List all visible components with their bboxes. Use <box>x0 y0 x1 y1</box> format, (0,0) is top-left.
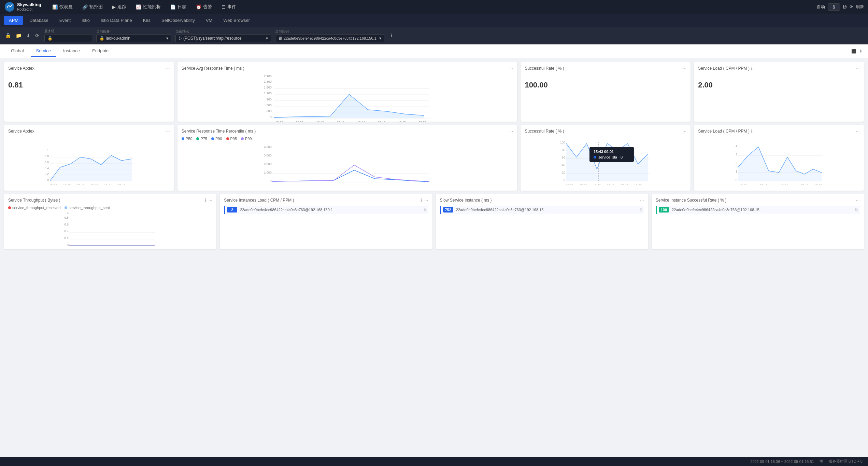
throughput-legend: service_throughput_received service_thro… <box>8 206 212 210</box>
instance-row: 100 22ade0e9befe4ec986422ca4c0c3e763@192… <box>656 206 860 214</box>
card-header: Service Apdex ··· <box>8 128 170 134</box>
apdex-value: 0.81 <box>8 74 170 96</box>
nav-istio-dataplane[interactable]: Istio Data Plane <box>96 16 137 25</box>
legend-p90: P90 <box>211 137 222 141</box>
nav-k8s[interactable]: K8s <box>138 16 155 25</box>
card-menu-btn[interactable]: ··· <box>509 128 513 134</box>
info-icon-4[interactable]: ℹ <box>421 198 422 203</box>
lock-icon[interactable]: 🔒 <box>4 32 12 39</box>
refresh-input[interactable] <box>828 3 840 11</box>
card-menu-btn[interactable]: ··· <box>856 197 860 203</box>
card-instance-success-rate: Service Instance Successful Rate ( % ) ·… <box>652 194 864 249</box>
card-menu-btn[interactable]: ··· <box>856 66 860 71</box>
service-group-select[interactable]: 🔒 <box>44 34 92 42</box>
svg-text:15:46: 15:46 <box>118 183 126 184</box>
nav-istio[interactable]: Istio <box>77 16 95 25</box>
nav-profiling[interactable]: 📈 性能剖析 <box>132 2 165 12</box>
tab-endpoint[interactable]: Endpoint <box>87 45 115 57</box>
current-endpoint-select[interactable]: ⟨⟩ (POST)/sys/search/api/resource ▾ <box>175 35 271 42</box>
trace-icon: ▶ <box>112 4 116 10</box>
card-menu-btn[interactable]: ··· <box>166 128 170 134</box>
card-menu-btn[interactable]: ··· <box>640 197 644 203</box>
card-successful-rate-chart: Successful Rate ( % ) ··· 0 20 40 60 80 … <box>521 125 691 191</box>
dashboard-row-1: Service Apdex ··· 0.81 Service Avg Respo… <box>4 62 864 122</box>
current-instance-group: 当前实例 🖥 22ade0e9befe4ec986422ca4c0c3e763@… <box>275 29 384 42</box>
nav-dashboard[interactable]: 📊 仪表盘 <box>48 2 77 12</box>
nav-apm[interactable]: APM <box>4 16 23 25</box>
reload-button[interactable]: ⟳ <box>850 4 853 9</box>
card-menu-btn[interactable]: ··· <box>424 197 428 203</box>
nav-database[interactable]: Database <box>25 16 53 25</box>
dashboard-icon: 📊 <box>52 4 58 10</box>
toolbar: 🔒 📁 ⬇ ⟳ 服务组 🔒 当前服务 🔒 laokou-admin ▾ 当前端点… <box>0 27 868 44</box>
card-header: Service Load ( CPM / PPM ) ℹ ··· <box>698 128 860 134</box>
profiling-icon: 📈 <box>136 4 141 10</box>
info-icon[interactable]: ℹ <box>390 32 394 39</box>
copy-icon-success[interactable]: ⎘ <box>855 207 858 212</box>
folder-icon[interactable]: 📁 <box>15 32 23 39</box>
nav-event[interactable]: Event <box>55 16 75 25</box>
svg-text:20: 20 <box>562 171 565 174</box>
svg-text:15:44: 15:44 <box>780 183 788 184</box>
instance-icon: 🖥 <box>278 36 282 41</box>
card-header: Service Throughput ( Bytes ) ℹ ··· <box>8 197 212 203</box>
card-menu-btn[interactable]: ··· <box>509 66 513 71</box>
nav-event[interactable]: ☰ 事件 <box>217 2 240 12</box>
svg-text:15:42: 15:42 <box>607 183 615 184</box>
nav-alarm[interactable]: ⏰ 告警 <box>192 2 216 12</box>
main-nav: 📊 仪表盘 🔗 拓扑图 ▶ 追踪 📈 性能剖析 📄 日志 ⏰ 告警 ☰ 事件 <box>48 2 817 12</box>
download-icon[interactable]: ⬇ <box>25 32 31 39</box>
nav-trace[interactable]: ▶ 追踪 <box>108 2 130 12</box>
svg-text:1,200: 1,200 <box>264 92 272 95</box>
tab-instance[interactable]: Instance <box>58 45 85 57</box>
card-menu-btn[interactable]: ··· <box>209 197 213 203</box>
logo-text: Skywalking Rocketbot <box>17 2 41 12</box>
current-service-select[interactable]: 🔒 laokou-admin ▾ <box>96 35 171 42</box>
dashboard-row-2: Service Apdex ··· 0 0.2 0.4 0.6 0.8 1 <box>4 125 864 191</box>
refresh-icon[interactable]: ⟳ <box>34 32 40 39</box>
svg-text:40: 40 <box>562 163 565 167</box>
service-group-input[interactable] <box>54 36 88 41</box>
top-nav: Skywalking Rocketbot 📊 仪表盘 🔗 拓扑图 ▶ 追踪 📈 … <box>0 0 868 14</box>
card-header: Service Avg Response Time ( ms ) ··· <box>182 66 513 71</box>
info-icon-2[interactable]: ℹ <box>751 129 753 134</box>
card-menu-btn[interactable]: ··· <box>856 128 860 134</box>
svg-text:3: 3 <box>736 153 737 156</box>
alarm-icon: ⏰ <box>196 4 201 10</box>
info-icon-3[interactable]: ℹ <box>205 198 207 203</box>
tab-service[interactable]: Service <box>31 45 56 57</box>
card-service-apdex-chart: Service Apdex ··· 0 0.2 0.4 0.6 0.8 1 <box>4 125 174 191</box>
current-instance-select[interactable]: 🖥 22ade0e9befe4ec986422ca4c0c3e763@192.1… <box>275 35 384 42</box>
svg-text:15:40: 15:40 <box>316 121 324 122</box>
svg-text:15:48: 15:48 <box>801 183 809 184</box>
instance-badge: 2 <box>227 207 237 213</box>
card-menu-btn[interactable]: ··· <box>683 128 687 134</box>
svg-text:0: 0 <box>736 178 737 182</box>
export-dashboard-icon[interactable]: ⬇ <box>859 49 863 54</box>
nav-web-browser[interactable]: Web Browser <box>218 16 255 25</box>
info-icon[interactable]: ℹ <box>751 66 753 71</box>
card-menu-btn[interactable]: ··· <box>683 66 687 71</box>
copy-icon[interactable]: ⎘ <box>424 207 426 212</box>
nav-vm[interactable]: VM <box>201 16 217 25</box>
nav-self-observability[interactable]: SelfObservability <box>157 16 200 25</box>
nav-topology[interactable]: 🔗 拓扑图 <box>78 2 107 12</box>
lock-icon-service: 🔒 <box>99 36 104 41</box>
percentile-chart: 0 1,000 2,000 3,000 4,000 15:36 09-01 15… <box>182 143 513 187</box>
svg-text:15:42: 15:42 <box>337 121 344 122</box>
svg-text:900: 900 <box>267 98 272 101</box>
svg-text:2: 2 <box>736 161 737 165</box>
svg-text:0.8: 0.8 <box>44 154 49 158</box>
second-nav: APM Database Event Istio Istio Data Plan… <box>0 14 868 27</box>
save-dashboard-icon[interactable]: ⬛ <box>851 49 856 54</box>
svg-text:2,100: 2,100 <box>264 74 272 78</box>
svg-text:15:42: 15:42 <box>90 183 98 184</box>
svg-text:0: 0 <box>67 243 69 247</box>
svg-text:0.8: 0.8 <box>65 216 69 219</box>
chevron-down-icon-endpoint: ▾ <box>266 36 268 41</box>
svg-text:15:36: 15:36 <box>275 121 283 122</box>
card-menu-btn[interactable]: ··· <box>166 66 170 71</box>
nav-log[interactable]: 📄 日志 <box>166 2 190 12</box>
tab-global[interactable]: Global <box>5 45 29 57</box>
copy-icon-slow[interactable]: ⎘ <box>640 207 642 212</box>
